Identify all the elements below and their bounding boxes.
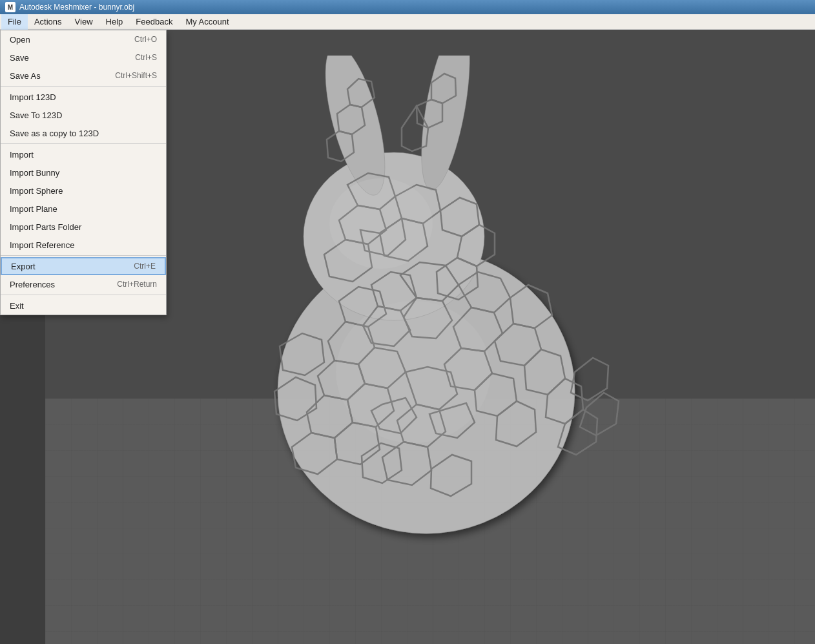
menu-import-123d[interactable]: Import 123D	[1, 88, 166, 106]
bunny-model	[174, 56, 678, 585]
menu-view[interactable]: View	[68, 14, 99, 30]
menu-save-as-shortcut: Ctrl+Shift+S	[115, 71, 157, 80]
menubar: File Actions View Help Feedback My Accou…	[0, 14, 815, 30]
menu-save-as[interactable]: Save As Ctrl+Shift+S	[1, 67, 166, 85]
menu-preferences-label: Preferences	[10, 280, 55, 289]
separator-2	[1, 143, 166, 144]
svg-point-66	[336, 301, 491, 443]
menu-import-sphere[interactable]: Import Sphere	[1, 182, 166, 200]
menu-open-label: Open	[10, 35, 30, 45]
menu-save-label: Save	[10, 53, 29, 63]
menu-save-shortcut: Ctrl+S	[135, 53, 157, 62]
menu-export-label: Export	[11, 262, 36, 271]
menu-export-shortcut: Ctrl+E	[134, 262, 156, 271]
menu-import-reference-label: Import Reference	[10, 240, 74, 250]
menu-save-copy-123d-label: Save as a copy to 123D	[10, 129, 99, 138]
menu-save-to-123d[interactable]: Save To 123D	[1, 106, 166, 124]
menu-import-label: Import	[10, 150, 34, 160]
menu-exit-label: Exit	[10, 301, 24, 311]
menu-save-copy-123d[interactable]: Save as a copy to 123D	[1, 124, 166, 142]
menu-save-as-label: Save As	[10, 71, 41, 81]
titlebar: M Autodesk Meshmixer - bunnyr.obj	[0, 0, 815, 14]
separator-1	[1, 86, 166, 87]
menu-myaccount[interactable]: My Account	[179, 14, 235, 30]
menu-import-reference[interactable]: Import Reference	[1, 236, 166, 254]
menu-exit[interactable]: Exit	[1, 296, 166, 315]
window-title: Autodesk Meshmixer - bunnyr.obj	[19, 3, 134, 12]
menu-import-parts-folder[interactable]: Import Parts Folder	[1, 218, 166, 236]
app-icon: M	[5, 2, 15, 12]
menu-save-to-123d-label: Save To 123D	[10, 110, 62, 120]
menu-import-parts-folder-label: Import Parts Folder	[10, 222, 81, 232]
menu-preferences[interactable]: Preferences Ctrl+Return	[1, 275, 166, 293]
menu-import[interactable]: Import	[1, 145, 166, 163]
menu-file[interactable]: File	[1, 14, 28, 30]
menu-help[interactable]: Help	[99, 14, 130, 30]
menu-import-sphere-label: Import Sphere	[10, 186, 63, 196]
file-dropdown: Open Ctrl+O Save Ctrl+S Save As Ctrl+Shi…	[0, 30, 167, 315]
menu-actions[interactable]: Actions	[28, 14, 68, 30]
menu-save[interactable]: Save Ctrl+S	[1, 48, 166, 67]
menu-import-bunny[interactable]: Import Bunny	[1, 163, 166, 182]
menu-export[interactable]: Export Ctrl+E	[1, 257, 166, 275]
menu-import-bunny-label: Import Bunny	[10, 168, 59, 178]
svg-point-65	[329, 178, 433, 269]
menu-open[interactable]: Open Ctrl+O	[1, 30, 166, 48]
separator-4	[1, 295, 166, 295]
menu-preferences-shortcut: Ctrl+Return	[117, 280, 157, 289]
separator-3	[1, 255, 166, 256]
menu-import-plane-label: Import Plane	[10, 204, 57, 214]
menu-open-shortcut: Ctrl+O	[134, 35, 157, 44]
menu-import-plane[interactable]: Import Plane	[1, 200, 166, 218]
menu-import-123d-label: Import 123D	[10, 92, 56, 102]
menu-feedback[interactable]: Feedback	[129, 14, 179, 30]
